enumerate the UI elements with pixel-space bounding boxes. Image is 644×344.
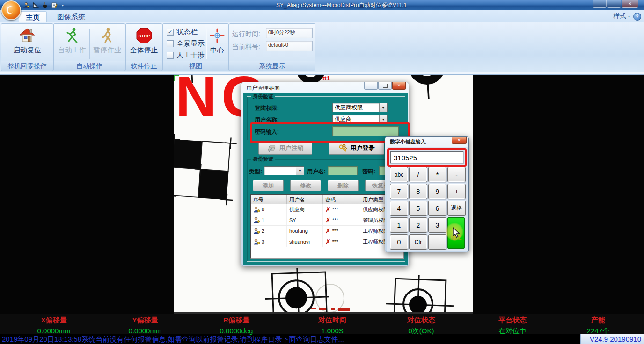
center-button[interactable]: 中心 — [206, 26, 228, 55]
part-number-label: 当前料号: — [232, 43, 260, 51]
key-2[interactable]: 2 — [409, 217, 427, 233]
key-dot[interactable]: . — [428, 234, 446, 250]
key-7[interactable]: 7 — [390, 184, 408, 199]
key-6[interactable]: 6 — [428, 201, 446, 216]
table-header: 序号 用户名 密码 用户类型 — [251, 195, 403, 204]
dialog-close-button[interactable]: ✕ — [392, 82, 406, 90]
start-reset-button[interactable]: 启动复位 — [4, 26, 51, 55]
table-row[interactable]: 0 供应商 ✗*** 供应商权限 — [251, 204, 403, 215]
version-label: V24.9 20190910 — [580, 334, 644, 344]
tab-image-system[interactable]: 图像系统 — [51, 11, 92, 22]
key-0[interactable]: 0 — [390, 234, 408, 250]
runtime-value: 0时0分22秒 — [266, 28, 313, 38]
style-menu[interactable]: 样式 ▾ — [613, 12, 630, 21]
table-row[interactable]: 2 houfang ✗*** 工程师权限 — [251, 226, 403, 236]
checkbox[interactable]: ✓ — [167, 29, 174, 36]
maximize-button[interactable] — [607, 0, 621, 8]
app-menu-orb[interactable] — [1, 0, 21, 20]
user-key-icon — [253, 228, 260, 234]
key-slash[interactable]: / — [409, 167, 427, 182]
keypad-title: 数字小键盘输入 — [390, 138, 426, 145]
edit-user-input[interactable] — [328, 166, 358, 175]
keypad-close-button[interactable]: ✕ — [452, 137, 467, 144]
minimize-icon: — — [369, 84, 373, 88]
key-minus[interactable]: - — [447, 167, 466, 182]
checkbox[interactable] — [167, 40, 174, 47]
metric-platform-status: 平台状态在对位中 — [470, 314, 555, 336]
statusbar-checkbox-row[interactable]: ✓ 状态栏 — [167, 28, 198, 36]
type-select[interactable]: ▼ — [264, 166, 304, 175]
row-password: *** — [332, 228, 338, 234]
ribbon-group-home-reset: 启动复位 整机回零操作 — [1, 23, 53, 71]
dialog-minimize-button[interactable]: — — [364, 82, 378, 90]
mark-tag-label: tt1 — [322, 75, 330, 82]
close-button[interactable]: ✕ — [622, 0, 638, 8]
user-table[interactable]: 序号 用户名 密码 用户类型 0 供应商 ✗*** 供应商权限 1 SY — [250, 194, 404, 259]
pause-job-button[interactable]: 暂停作业 — [91, 26, 124, 55]
x-mark-icon: ✗ — [325, 217, 331, 223]
key-plus[interactable]: + — [447, 184, 466, 199]
key-4[interactable]: 4 — [390, 201, 408, 216]
dropdown-button[interactable]: ▼ — [379, 103, 387, 112]
keys-icon — [338, 144, 348, 152]
user-icon[interactable] — [22, 2, 29, 9]
start-reset-label: 启动复位 — [4, 46, 51, 55]
stop-all-button[interactable]: STOP 全体停止 — [127, 26, 161, 55]
set-square-icon[interactable] — [32, 2, 39, 9]
key-asterisk[interactable]: * — [428, 167, 446, 182]
auth2-legend: 身份验证 — [251, 156, 275, 163]
table-row[interactable]: 3 shuangyi ✗*** 工程师权限 — [251, 236, 403, 247]
key-clear[interactable]: Clr — [409, 234, 427, 250]
user-login-button[interactable]: 用户登录 — [329, 141, 384, 155]
modify-user-button[interactable]: 修改 — [290, 180, 321, 191]
auto-work-button[interactable]: 自动工作 — [55, 26, 88, 55]
center-label: 中心 — [206, 46, 228, 55]
close-icon: ✕ — [628, 2, 632, 6]
checkbox[interactable] — [167, 52, 174, 59]
divider — [89, 29, 90, 59]
modify-label: 修改 — [300, 182, 311, 190]
metric-r-offset: R偏移量0.0000deg — [194, 314, 278, 335]
tab-home[interactable]: 主页 — [19, 11, 47, 22]
hand-pointer-icon[interactable] — [41, 2, 48, 9]
user-management-dialog: 用户管理界面 — ✕ 身份验证 登陆权限: 供应商权限 ▼ 用户名称: 供应商 … — [241, 82, 409, 266]
key-abc[interactable]: abc — [390, 167, 408, 182]
user-key-icon — [253, 217, 260, 223]
minimize-button[interactable]: — — [593, 0, 607, 8]
selected-user: 供应商 — [333, 115, 379, 123]
key-3[interactable]: 3 — [428, 217, 446, 233]
help-button[interactable]: ? — [633, 13, 641, 21]
col-name[interactable]: 用户名 — [287, 195, 323, 204]
add-label: 添加 — [263, 182, 274, 190]
key-1[interactable]: 1 — [390, 217, 408, 233]
crosshair-icon — [206, 26, 228, 45]
stop-text: STOP — [138, 34, 149, 38]
group-label: 整机回零操作 — [1, 61, 53, 71]
delete-label: 删除 — [337, 182, 349, 190]
key-9[interactable]: 9 — [428, 184, 446, 199]
dialog-maximize-button[interactable] — [378, 82, 392, 90]
col-password[interactable]: 密码 — [323, 195, 360, 204]
metric-y-offset: Y偏移量0.0000mm — [103, 314, 187, 335]
login-permission-select[interactable]: 供应商权限 ▼ — [332, 103, 388, 112]
panorama-checkbox-row[interactable]: 全景显示 — [167, 40, 205, 47]
key-5[interactable]: 5 — [409, 201, 427, 216]
window-title: SY_AliagnSystem---MicroDistPro自动对位系统V11.… — [276, 1, 407, 9]
logout-note-icon — [267, 144, 277, 152]
delete-user-button[interactable]: 删除 — [328, 180, 359, 191]
edit-document-icon[interactable] — [51, 2, 58, 9]
manual-intervention-checkbox-row[interactable]: 人工干涉 — [167, 51, 205, 59]
close-icon: ✕ — [457, 138, 461, 143]
style-menu-label: 样式 — [613, 12, 626, 21]
col-id[interactable]: 序号 — [251, 195, 287, 204]
dropdown-button[interactable]: ▼ — [296, 167, 304, 175]
key-8[interactable]: 8 — [409, 184, 427, 199]
add-user-button[interactable]: 添加 — [253, 180, 284, 191]
chevron-down-icon: ▼ — [382, 106, 385, 109]
row-id: 2 — [262, 228, 264, 234]
table-row[interactable]: 1 SY ✗*** 管理员权限 — [251, 215, 403, 226]
ribbon-tab-row: 主页 图像系统 样式 ▾ ? — [0, 10, 644, 23]
qat-dropdown-icon[interactable]: ▾ — [62, 3, 64, 7]
user-logout-button[interactable]: 用户注销 — [258, 141, 312, 155]
key-backspace[interactable]: 退格 — [447, 201, 466, 216]
